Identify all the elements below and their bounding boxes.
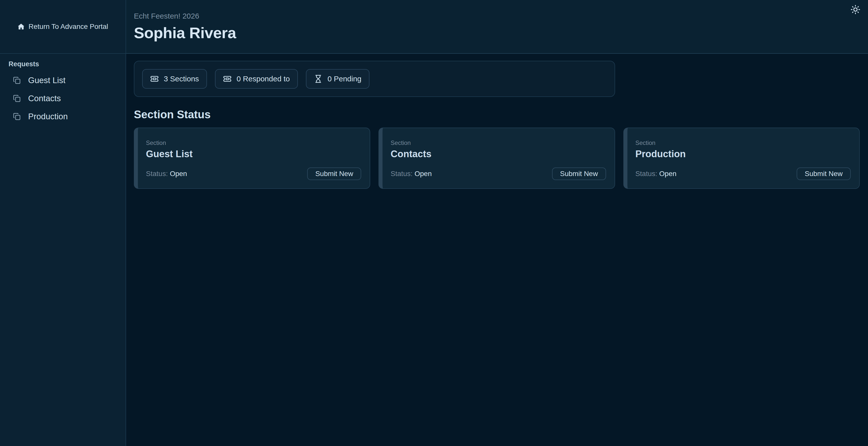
- status-label: Status:: [636, 170, 657, 178]
- sidebar-item-production[interactable]: Production: [8, 107, 117, 126]
- sidebar-nav: Requests Guest List Contacts Production: [0, 54, 126, 126]
- return-to-portal-label: Return To Advance Portal: [28, 23, 108, 31]
- card-kicker: Section: [146, 139, 361, 147]
- section-card-guest-list: Section Guest List Status:Open Submit Ne…: [134, 128, 370, 189]
- page-header: Echt Feesten! 2026 Sophia Rivera: [126, 0, 868, 54]
- content: 3 Sections 0 Responded to 0 Pending Sect…: [126, 54, 868, 189]
- stat-label: 0 Responded to: [237, 74, 290, 83]
- stat-responded[interactable]: 0 Responded to: [215, 69, 298, 89]
- status-value: Open: [659, 170, 677, 178]
- page-title: Sophia Rivera: [134, 24, 868, 42]
- section-status-heading: Section Status: [134, 108, 860, 121]
- theme-toggle-button[interactable]: [849, 3, 862, 16]
- status-text: Status:Open: [636, 170, 677, 178]
- section-card-production: Section Production Status:Open Submit Ne…: [623, 128, 860, 189]
- ticket-icon: [223, 74, 231, 83]
- stat-label: 0 Pending: [328, 74, 362, 83]
- card-title: Guest List: [146, 149, 361, 159]
- card-kicker: Section: [636, 139, 851, 147]
- status-value: Open: [170, 170, 187, 178]
- card-title: Production: [636, 149, 851, 159]
- submit-new-button[interactable]: Submit New: [797, 167, 851, 180]
- return-to-portal-link[interactable]: Return To Advance Portal: [0, 0, 126, 54]
- card-kicker: Section: [391, 139, 606, 147]
- hourglass-icon: [314, 74, 322, 83]
- sidebar-item-label: Guest List: [28, 75, 66, 85]
- status-value: Open: [415, 170, 432, 178]
- sun-icon: [850, 4, 861, 15]
- status-text: Status:Open: [146, 170, 187, 178]
- submit-new-button[interactable]: Submit New: [552, 167, 606, 180]
- card-title: Contacts: [391, 149, 606, 159]
- sidebar-item-label: Contacts: [28, 94, 61, 103]
- submit-new-button[interactable]: Submit New: [307, 167, 361, 180]
- nav-group-label: Requests: [8, 60, 117, 68]
- stat-pending[interactable]: 0 Pending: [306, 69, 369, 89]
- copy-icon: [13, 113, 21, 120]
- section-card-contacts: Section Contacts Status:Open Submit New: [378, 128, 615, 189]
- stats-container: 3 Sections 0 Responded to 0 Pending: [134, 61, 615, 97]
- sidebar-item-label: Production: [28, 112, 68, 121]
- copy-icon: [13, 76, 21, 84]
- sidebar-item-guest-list[interactable]: Guest List: [8, 71, 117, 89]
- main-area: Echt Feesten! 2026 Sophia Rivera 3 Secti…: [126, 0, 868, 446]
- stat-label: 3 Sections: [164, 74, 199, 83]
- ticket-icon: [150, 74, 159, 83]
- stats-row: 3 Sections 0 Responded to 0 Pending: [134, 61, 860, 97]
- event-name: Echt Feesten! 2026: [134, 11, 868, 21]
- section-cards: Section Guest List Status:Open Submit Ne…: [134, 128, 860, 189]
- home-icon: [17, 23, 25, 30]
- sidebar: Return To Advance Portal Requests Guest …: [0, 0, 126, 446]
- status-label: Status:: [146, 170, 168, 178]
- status-label: Status:: [391, 170, 412, 178]
- copy-icon: [13, 95, 21, 102]
- app-window: Return To Advance Portal Requests Guest …: [0, 0, 868, 446]
- sidebar-item-contacts[interactable]: Contacts: [8, 89, 117, 107]
- status-text: Status:Open: [391, 170, 432, 178]
- card-footer: Status:Open Submit New: [636, 167, 851, 180]
- stat-sections[interactable]: 3 Sections: [142, 69, 207, 89]
- card-footer: Status:Open Submit New: [391, 167, 606, 180]
- card-footer: Status:Open Submit New: [146, 167, 361, 180]
